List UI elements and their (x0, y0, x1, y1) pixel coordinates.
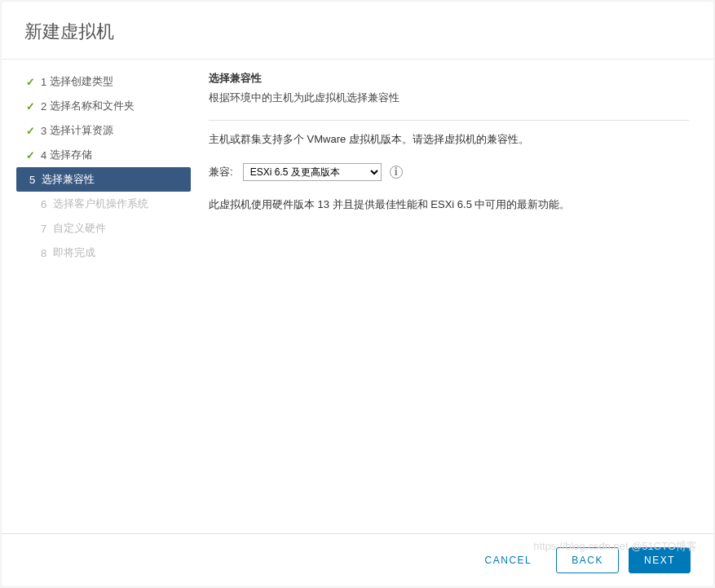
check-icon: ✓ (24, 149, 36, 161)
main-panel: 选择兼容性 根据环境中的主机为此虚拟机选择兼容性 主机或群集支持多个 VMwar… (197, 60, 713, 533)
step-label: 选择计算资源 (50, 123, 113, 138)
compat-note: 此虚拟机使用硬件版本 13 并且提供最佳性能和 ESXi 6.5 中可用的最新功… (209, 197, 689, 212)
divider (209, 120, 689, 121)
check-icon: ✓ (24, 76, 36, 87)
step-label: 自定义硬件 (53, 221, 106, 236)
wizard-nav: ✓ 1 选择创建类型 ✓ 2 选择名称和文件夹 ✓ 3 选择计算资源 ✓ 4 (2, 60, 197, 533)
step-num: 5 (29, 174, 35, 186)
wizard-step-2[interactable]: ✓ 2 选择名称和文件夹 (2, 94, 197, 118)
step-num: 1 (41, 76, 46, 88)
wizard-step-3[interactable]: ✓ 3 选择计算资源 (2, 118, 197, 143)
step-label: 选择客户机操作系统 (53, 197, 148, 211)
check-icon: ✓ (24, 125, 36, 136)
wizard-step-8: 8 即将完成 (2, 241, 197, 265)
step-num: 6 (41, 198, 46, 210)
step-num: 8 (41, 247, 46, 259)
wizard-step-6: 6 选择客户机操作系统 (2, 192, 197, 216)
modal-title: 新建虚拟机 (24, 20, 691, 44)
info-icon[interactable]: i (390, 166, 403, 179)
cancel-button[interactable]: CANCEL (470, 547, 547, 573)
compat-info-text: 主机或群集支持多个 VMware 虚拟机版本。请选择虚拟机的兼容性。 (209, 132, 689, 147)
step-num: 3 (41, 125, 46, 137)
step-num: 7 (41, 223, 46, 235)
modal-footer: CANCEL BACK NEXT (2, 533, 713, 586)
wizard-step-7: 7 自定义硬件 (2, 216, 197, 241)
compat-label: 兼容: (209, 165, 233, 179)
step-label: 选择名称和文件夹 (50, 99, 135, 113)
compat-select[interactable]: ESXi 6.5 及更高版本 (243, 163, 382, 181)
wizard-step-1[interactable]: ✓ 1 选择创建类型 (2, 69, 197, 94)
step-num: 4 (41, 149, 46, 161)
panel-description: 根据环境中的主机为此虚拟机选择兼容性 (209, 91, 689, 105)
step-num: 2 (41, 100, 46, 113)
next-button[interactable]: NEXT (629, 547, 691, 573)
modal-body: ✓ 1 选择创建类型 ✓ 2 选择名称和文件夹 ✓ 3 选择计算资源 ✓ 4 (2, 59, 713, 533)
wizard-modal: 新建虚拟机 ✓ 1 选择创建类型 ✓ 2 选择名称和文件夹 ✓ 3 选择计算资源 (2, 2, 713, 586)
step-label: 即将完成 (53, 245, 95, 260)
panel-title: 选择兼容性 (209, 71, 689, 86)
compat-row: 兼容: ESXi 6.5 及更高版本 i (209, 163, 689, 181)
wizard-step-5[interactable]: 5 选择兼容性 (16, 167, 191, 192)
wizard-step-4[interactable]: ✓ 4 选择存储 (2, 143, 197, 167)
step-label: 选择兼容性 (42, 172, 95, 187)
check-icon: ✓ (24, 100, 36, 112)
step-label: 选择存储 (50, 148, 92, 162)
modal-header: 新建虚拟机 (2, 2, 713, 59)
step-label: 选择创建类型 (50, 74, 113, 89)
back-button[interactable]: BACK (556, 547, 619, 573)
